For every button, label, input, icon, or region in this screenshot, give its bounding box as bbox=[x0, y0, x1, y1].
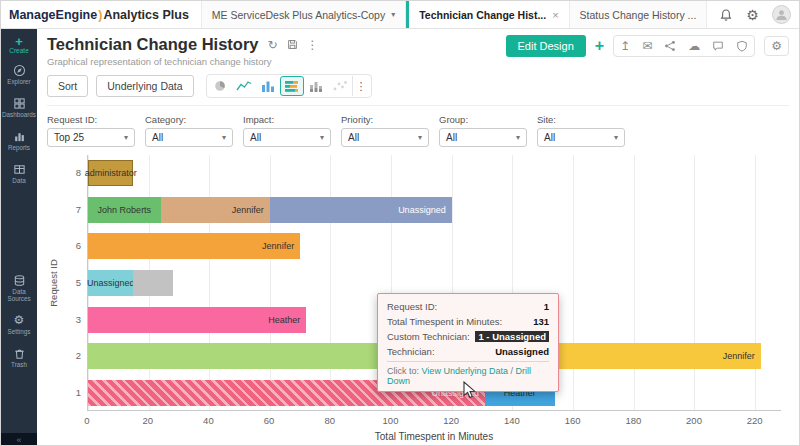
filter-dropdown[interactable]: All ▾ bbox=[537, 128, 625, 147]
chevron-down-icon: ▾ bbox=[320, 133, 324, 142]
x-axis-ticks: 020406080100120140160180200220 bbox=[87, 415, 781, 427]
x-tick-label: 140 bbox=[504, 415, 520, 426]
email-icon[interactable]: ✉ bbox=[636, 36, 658, 56]
chevron-down-icon[interactable]: ▾ bbox=[391, 10, 395, 19]
share-icon[interactable] bbox=[658, 36, 682, 56]
save-icon[interactable] bbox=[287, 39, 298, 50]
underlying-data-button[interactable]: Underlying Data bbox=[96, 75, 193, 97]
left-sidebar: + Create Explorer Dashboards bbox=[1, 29, 37, 446]
chart-type-switcher: ⋮ bbox=[206, 74, 372, 98]
report-header: Technician Change History ↻ ⋮ Graphical … bbox=[47, 35, 789, 67]
chart-tooltip: Request ID: 1 Total Timespent in Minutes… bbox=[377, 293, 559, 392]
tab-status-change-history[interactable]: Status Change History ... bbox=[570, 1, 708, 28]
pie-chart-icon[interactable] bbox=[208, 76, 232, 96]
bar-segment-label: Heather bbox=[268, 315, 306, 325]
x-tick-label: 220 bbox=[747, 415, 763, 426]
bar-segment[interactable]: Heather bbox=[88, 307, 306, 333]
edit-design-button[interactable]: Edit Design bbox=[506, 35, 586, 57]
bar-segment[interactable]: John Roberts bbox=[88, 197, 161, 223]
bar-row: administrator bbox=[88, 160, 781, 186]
filter-priority: Priority: All ▾ bbox=[341, 114, 429, 147]
page-title: Technician Change History bbox=[47, 35, 259, 54]
sidebar-item-dashboards[interactable]: Dashboards bbox=[1, 97, 37, 118]
sidebar-item-data[interactable]: Data bbox=[1, 163, 37, 184]
product-name: Analytics Plus bbox=[103, 8, 188, 22]
x-tick-label: 200 bbox=[686, 415, 702, 426]
bar-segment[interactable] bbox=[133, 270, 172, 296]
add-icon[interactable]: + bbox=[595, 38, 604, 54]
x-tick-label: 20 bbox=[142, 415, 153, 426]
bar-row: Jennifer bbox=[88, 233, 781, 259]
sidebar-collapse-bar[interactable]: « bbox=[1, 433, 37, 446]
filter-value: All bbox=[250, 132, 261, 143]
vertical-bar-chart-icon[interactable] bbox=[256, 76, 280, 96]
tooltip-label: Technician: bbox=[387, 346, 435, 357]
export-icon[interactable]: ↥ bbox=[614, 36, 636, 56]
sidebar-item-data-sources[interactable]: Data Sources bbox=[1, 274, 37, 302]
scatter-chart-icon[interactable] bbox=[328, 76, 352, 96]
tooltip-click-to: Click to: bbox=[387, 366, 419, 376]
stacked-vertical-bar-icon[interactable] bbox=[304, 76, 328, 96]
filter-label: Site: bbox=[537, 114, 625, 125]
bar-segment-label: Jennifer bbox=[232, 205, 270, 215]
filter-dropdown[interactable]: All ▾ bbox=[341, 128, 429, 147]
bar-segment[interactable]: Unassigned bbox=[270, 197, 452, 223]
gear-icon[interactable]: ⚙ bbox=[746, 8, 759, 22]
bar-segment[interactable]: Jennifer bbox=[161, 197, 270, 223]
shield-icon[interactable] bbox=[730, 36, 754, 56]
bar-segment[interactable]: Jennifer bbox=[88, 233, 300, 259]
filter-value: All bbox=[446, 132, 457, 143]
sidebar-item-label: Dashboards bbox=[2, 111, 36, 118]
y-tick-label: 2 bbox=[47, 350, 81, 361]
view-underlying-data-link[interactable]: View Underlying Data bbox=[422, 366, 508, 376]
filter-dropdown[interactable]: All ▾ bbox=[145, 128, 233, 147]
chevron-down-icon: ▾ bbox=[222, 133, 226, 142]
comment-icon[interactable] bbox=[706, 36, 730, 56]
tab-label: ME ServiceDesk Plus Analytics-Copy bbox=[212, 9, 385, 21]
y-tick-label: 5 bbox=[47, 277, 81, 288]
header-actions: Edit Design + ↥ ✉ ☁ bbox=[506, 35, 790, 57]
y-tick-label: 3 bbox=[47, 314, 81, 325]
tab-technician-change-history[interactable]: Technician Change Hist... × bbox=[406, 1, 569, 28]
filter-dropdown[interactable]: All ▾ bbox=[439, 128, 527, 147]
stacked-horizontal-bar-icon[interactable] bbox=[280, 76, 304, 96]
sidebar-item-settings[interactable]: ⚙ Settings bbox=[1, 314, 37, 335]
sidebar-item-explorer[interactable]: Explorer bbox=[1, 64, 37, 85]
tab-servicedesk-copy[interactable]: ME ServiceDesk Plus Analytics-Copy ▾ bbox=[201, 1, 406, 28]
filter-impact: Impact: All ▾ bbox=[243, 114, 331, 147]
chevron-down-icon: ▾ bbox=[124, 133, 128, 142]
refresh-icon[interactable]: ↻ bbox=[268, 38, 278, 52]
more-chart-types-icon[interactable]: ⋮ bbox=[352, 76, 370, 96]
bar-segment[interactable]: administrator bbox=[88, 160, 133, 186]
x-tick-label: 80 bbox=[325, 415, 336, 426]
plus-icon: + bbox=[9, 36, 29, 47]
filter-label: Category: bbox=[145, 114, 233, 125]
tab-label: Status Change History ... bbox=[580, 9, 697, 21]
filter-value: All bbox=[152, 132, 163, 143]
mouse-cursor bbox=[461, 381, 477, 403]
bar-segment-label: Jennifer bbox=[723, 351, 761, 361]
sidebar-item-create[interactable]: + Create bbox=[9, 36, 29, 54]
bar-segment-label: Unassigned bbox=[87, 278, 135, 288]
sidebar-item-trash[interactable]: Trash bbox=[1, 347, 37, 368]
cloud-icon[interactable]: ☁ bbox=[682, 36, 706, 56]
analytics-plus-window: ManageEngine ) Analytics Plus ME Service… bbox=[0, 0, 800, 446]
chart-toolbar: Sort Underlying Data bbox=[47, 74, 789, 106]
app-logo: ManageEngine ) Analytics Plus bbox=[9, 8, 189, 22]
settings-icon[interactable]: ⚙ bbox=[764, 36, 789, 56]
close-icon[interactable]: × bbox=[552, 9, 558, 21]
line-chart-icon[interactable] bbox=[232, 76, 256, 96]
sidebar-item-reports[interactable]: Reports bbox=[1, 130, 37, 151]
logo-mark: ) bbox=[98, 8, 102, 22]
bar-segment[interactable]: Unassigned bbox=[88, 270, 133, 296]
filter-value: All bbox=[544, 132, 555, 143]
x-tick-label: 40 bbox=[203, 415, 214, 426]
kebab-icon[interactable]: ⋮ bbox=[307, 38, 319, 52]
filter-dropdown[interactable]: All ▾ bbox=[243, 128, 331, 147]
avatar[interactable] bbox=[772, 5, 791, 24]
tooltip-value: Unassigned bbox=[495, 346, 549, 357]
filter-dropdown[interactable]: Top 25 ▾ bbox=[47, 128, 135, 147]
y-tick-label: 1 bbox=[47, 387, 81, 398]
sort-button[interactable]: Sort bbox=[47, 75, 88, 97]
bell-icon[interactable] bbox=[719, 8, 733, 22]
